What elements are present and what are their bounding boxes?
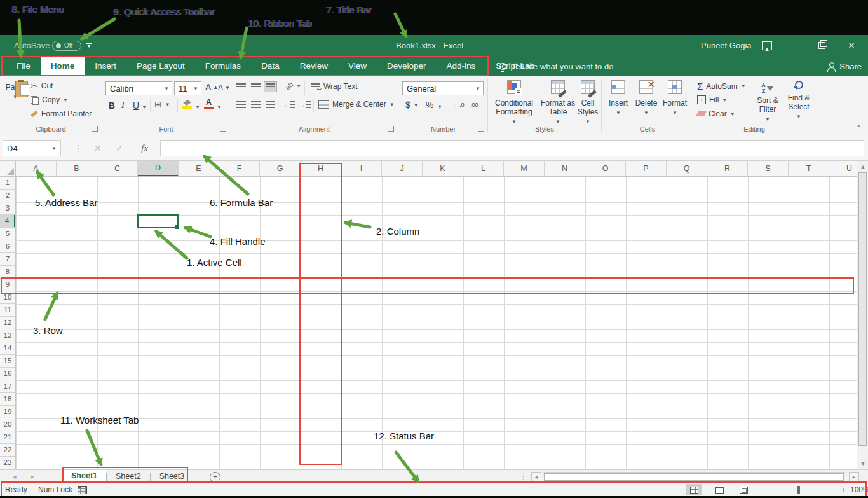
ribbon-tab-data[interactable]: Data xyxy=(251,56,290,76)
cut-button[interactable]: ✂ Cut xyxy=(31,81,53,90)
ribbon-tab-review[interactable]: Review xyxy=(290,56,338,76)
ribbon-tab-insert[interactable]: Insert xyxy=(85,56,126,76)
conditional-formatting-button[interactable]: ≠ Conditional Formatting▼ xyxy=(489,80,539,125)
autosave-toggle[interactable]: Off xyxy=(52,41,81,51)
minimize-button[interactable]: — xyxy=(783,35,803,56)
alignment-dialog-launcher-icon[interactable] xyxy=(388,126,394,132)
clipboard-dialog-launcher-icon[interactable] xyxy=(92,126,98,132)
zoom-in-button[interactable]: + xyxy=(841,483,846,496)
align-top-button[interactable] xyxy=(234,81,248,92)
wrap-text-button[interactable]: Wrap Text xyxy=(311,82,358,91)
column-header-u[interactable]: U xyxy=(829,161,857,176)
row-header-21[interactable]: 21 xyxy=(0,431,15,444)
row-header-23[interactable]: 23 xyxy=(0,457,15,469)
underline-dropdown-icon[interactable]: ▼ xyxy=(142,104,147,110)
ribbon-tab-home[interactable]: Home xyxy=(41,56,85,76)
row-header-15[interactable]: 15 xyxy=(0,355,15,368)
borders-button[interactable]: ⊞▼ xyxy=(154,100,170,109)
insert-function-button[interactable]: fx xyxy=(141,140,148,156)
row-header-22[interactable]: 22 xyxy=(0,444,15,457)
decrease-indent-button[interactable]: ← xyxy=(283,99,296,110)
normal-view-button[interactable] xyxy=(686,484,702,495)
row-header-10[interactable]: 10 xyxy=(0,291,15,304)
row-header-6[interactable]: 6 xyxy=(0,240,15,253)
format-cells-button[interactable]: Format▼ xyxy=(661,80,689,116)
row-header-17[interactable]: 17 xyxy=(0,380,15,393)
font-name-combo[interactable]: Calibri▼ xyxy=(105,81,172,95)
select-all-corner[interactable] xyxy=(0,161,16,177)
column-header-g[interactable]: G xyxy=(260,161,301,176)
column-header-s[interactable]: S xyxy=(748,161,789,176)
sheet-tab-sheet3[interactable]: Sheet3 xyxy=(151,470,194,483)
copy-button[interactable]: Copy ▼ xyxy=(31,95,68,104)
horizontal-scrollbar[interactable] xyxy=(543,472,846,482)
formula-bar-divider[interactable]: ⋮ xyxy=(74,140,83,156)
column-header-i[interactable]: I xyxy=(341,161,382,176)
font-color-dropdown-icon[interactable]: ▼ xyxy=(217,104,222,110)
row-header-13[interactable]: 13 xyxy=(0,329,15,342)
clear-button[interactable]: Clear▼ xyxy=(697,109,735,118)
row-header-16[interactable]: 16 xyxy=(0,368,15,380)
number-format-combo[interactable]: General▼ xyxy=(402,81,484,95)
column-header-t[interactable]: T xyxy=(789,161,829,176)
ribbon-tab-file[interactable]: File xyxy=(6,56,41,76)
column-header-d[interactable]: D xyxy=(138,161,179,176)
insert-cells-button[interactable]: Insert▼ xyxy=(605,80,632,116)
zoom-level[interactable]: 100% xyxy=(850,483,868,496)
sheet-nav-prev-icon[interactable]: ◂ xyxy=(13,470,17,483)
column-header-f[interactable]: F xyxy=(219,161,260,176)
row-header-2[interactable]: 2 xyxy=(0,190,15,202)
name-box-dropdown-icon[interactable]: ▼ xyxy=(51,146,57,151)
zoom-out-button[interactable]: − xyxy=(757,483,763,496)
column-header-h[interactable]: H xyxy=(301,161,341,176)
font-size-combo[interactable]: 11▼ xyxy=(174,81,201,95)
column-header-b[interactable]: B xyxy=(57,161,97,176)
zoom-slider-track[interactable] xyxy=(766,490,837,490)
zoom-slider-thumb[interactable] xyxy=(797,486,800,494)
account-user-name[interactable]: Puneet Gogia xyxy=(701,35,752,56)
share-button[interactable]: Share xyxy=(827,56,862,76)
column-header-c[interactable]: C xyxy=(97,161,138,176)
hscroll-left-button[interactable]: ◂ xyxy=(531,472,541,482)
column-header-j[interactable]: J xyxy=(382,161,423,176)
column-header-n[interactable]: N xyxy=(545,161,585,176)
ribbon-display-options-icon[interactable]: ▲ xyxy=(762,41,772,50)
row-header-20[interactable]: 20 xyxy=(0,418,15,431)
row-header-9[interactable]: 9 xyxy=(0,279,15,291)
row-header-11[interactable]: 11 xyxy=(0,304,15,317)
sheet-tab-sheet1[interactable]: Sheet1 xyxy=(62,470,106,483)
row-header-4[interactable]: 4 xyxy=(0,215,15,228)
ribbon-tab-view[interactable]: View xyxy=(338,56,377,76)
align-center-button[interactable] xyxy=(249,99,262,110)
number-dialog-launcher-icon[interactable] xyxy=(478,126,484,132)
vertical-scrollbar[interactable]: ▲ ▼ xyxy=(857,161,868,469)
hscroll-right-button[interactable]: ▸ xyxy=(849,472,859,482)
bold-button[interactable]: B xyxy=(109,100,115,111)
active-cell[interactable] xyxy=(137,214,179,228)
sheet-bar-divider[interactable]: ⋮ xyxy=(520,470,527,483)
percent-style-button[interactable]: % xyxy=(426,100,433,110)
column-header-r[interactable]: R xyxy=(707,161,748,176)
italic-button[interactable]: I xyxy=(121,100,125,111)
column-header-p[interactable]: P xyxy=(626,161,667,176)
accounting-format-button[interactable]: $▼ xyxy=(405,100,419,110)
find-select-button[interactable]: Find & Select▼ xyxy=(783,80,814,120)
sort-filter-button[interactable]: AZ Sort & Filter▼ xyxy=(753,80,782,123)
macro-record-icon[interactable] xyxy=(78,486,87,494)
delete-cells-button[interactable]: ✕ Delete▼ xyxy=(633,80,660,116)
paste-button[interactable]: Paste ▼ xyxy=(4,80,27,100)
ribbon-tab-developer[interactable]: Developer xyxy=(377,56,437,76)
autosum-button[interactable]: Σ AutoSum▼ xyxy=(697,81,746,91)
collapse-ribbon-icon[interactable]: ⌃ xyxy=(856,124,862,132)
column-header-k[interactable]: K xyxy=(423,161,463,176)
tell-me-box[interactable]: Tell me what you want to do xyxy=(499,56,613,76)
format-painter-button[interactable]: Format Painter xyxy=(31,109,92,118)
horizontal-scroll-thumb[interactable] xyxy=(544,473,844,481)
ribbon-tab-add-ins[interactable]: Add-ins xyxy=(437,56,486,76)
align-bottom-button[interactable] xyxy=(264,81,277,92)
row-header-19[interactable]: 19 xyxy=(0,406,15,418)
row-header-14[interactable]: 14 xyxy=(0,342,15,355)
row-header-3[interactable]: 3 xyxy=(0,202,15,215)
sheet-tab-sheet2[interactable]: Sheet2 xyxy=(107,470,150,483)
font-color-button[interactable]: A xyxy=(204,99,214,109)
